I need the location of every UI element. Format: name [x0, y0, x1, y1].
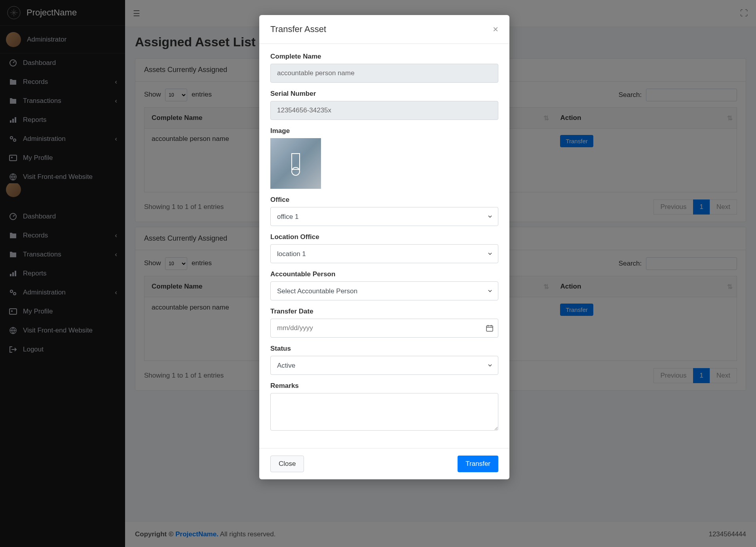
image-label: Image: [270, 127, 498, 135]
office-label: Office: [270, 196, 498, 204]
remarks-label: Remarks: [270, 382, 498, 390]
status-select[interactable]: Active: [270, 356, 498, 375]
status-label: Status: [270, 345, 498, 353]
serial-input: [270, 101, 498, 120]
calendar-icon[interactable]: [486, 324, 494, 334]
complete-name-input: [270, 64, 498, 83]
transfer-asset-modal: Transfer Asset × Complete Name Serial Nu…: [259, 15, 509, 479]
transfer-date-label: Transfer Date: [270, 308, 498, 315]
transfer-date-input[interactable]: [270, 319, 498, 338]
modal-title: Transfer Asset: [270, 24, 326, 34]
serial-label: Serial Number: [270, 90, 498, 98]
office-select[interactable]: office 1: [270, 207, 498, 226]
close-icon[interactable]: ×: [493, 24, 498, 35]
remarks-textarea[interactable]: [270, 393, 498, 431]
svg-point-24: [292, 167, 300, 175]
close-button[interactable]: Close: [270, 456, 304, 472]
location-label: Location Office: [270, 233, 498, 241]
asset-image-preview: [270, 138, 321, 189]
accountable-select[interactable]: Select Accountable Person: [270, 281, 498, 300]
complete-name-label: Complete Name: [270, 53, 498, 61]
transfer-submit-button[interactable]: Transfer: [458, 456, 498, 472]
svg-rect-25: [486, 326, 493, 331]
accountable-label: Accountable Person: [270, 270, 498, 278]
location-select[interactable]: location 1: [270, 244, 498, 263]
